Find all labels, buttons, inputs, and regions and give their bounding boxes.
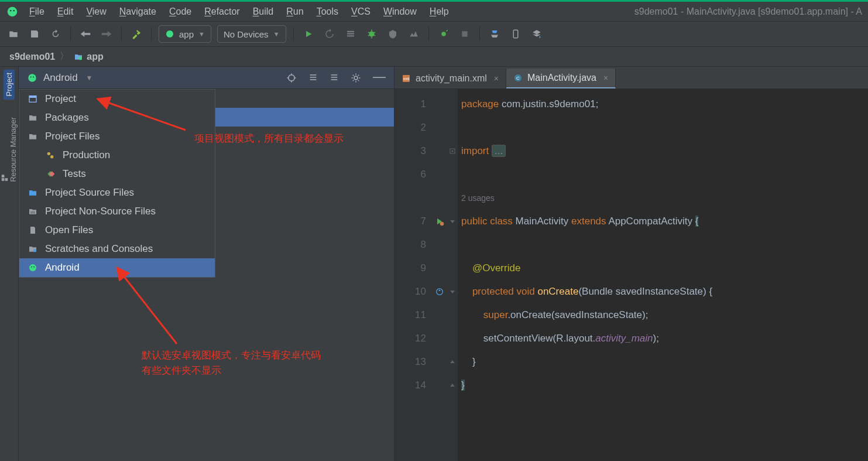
- expand-all-icon[interactable]: [308, 73, 318, 83]
- code-content[interactable]: package com.justin.s9demo01;import ...2 …: [458, 89, 868, 461]
- menu-window[interactable]: Window: [383, 6, 417, 16]
- svg-point-18: [289, 74, 295, 81]
- svg-rect-4: [347, 31, 354, 32]
- svg-point-7: [369, 32, 374, 37]
- file-icon: [28, 225, 38, 235]
- chevron-right-icon: 〉: [60, 50, 69, 63]
- device-label: No Devices: [224, 29, 269, 39]
- view-option-packages[interactable]: Packages: [19, 108, 215, 127]
- menu-build[interactable]: Build: [253, 6, 274, 16]
- line-number-gutter: 12367891011121314: [394, 89, 432, 461]
- run-icon[interactable]: [301, 26, 316, 42]
- apply-changes-icon[interactable]: [322, 26, 337, 42]
- editor-tab-MainActivity-java[interactable]: CMainActivity.java×: [506, 69, 616, 88]
- svg-point-23: [50, 155, 53, 158]
- svg-point-8: [441, 32, 446, 36]
- svg-rect-5: [347, 33, 354, 35]
- svg-rect-12: [2, 179, 5, 182]
- svg-point-29: [33, 267, 35, 268]
- collapse-all-icon[interactable]: [330, 73, 339, 83]
- forward-icon[interactable]: [99, 26, 114, 42]
- view-option-tests[interactable]: Tests: [19, 165, 215, 183]
- diamond-icon: [45, 169, 56, 179]
- refresh-icon[interactable]: [48, 26, 63, 42]
- svg-point-22: [47, 152, 50, 155]
- svg-rect-14: [5, 179, 8, 182]
- stop-icon[interactable]: [457, 26, 472, 42]
- svg-point-28: [31, 267, 32, 268]
- sync-icon[interactable]: [487, 26, 502, 42]
- view-option-scratches-and-consoles[interactable]: Scratches and Consoles: [19, 240, 215, 258]
- menu-code[interactable]: Code: [169, 6, 191, 16]
- view-option-android[interactable]: Android: [19, 258, 215, 277]
- view-option-project-non-source-files[interactable]: Project Non-Source Files: [19, 202, 215, 221]
- menu-file[interactable]: File: [29, 6, 44, 16]
- coverage-icon[interactable]: [385, 26, 400, 42]
- fold-gutter: [447, 89, 458, 461]
- close-icon[interactable]: ×: [603, 73, 608, 83]
- svg-point-16: [30, 76, 32, 77]
- svg-text:xml: xml: [403, 77, 410, 81]
- menu-help[interactable]: Help: [430, 6, 449, 16]
- view-option-open-files[interactable]: Open Files: [19, 221, 215, 240]
- close-icon[interactable]: ×: [494, 74, 499, 83]
- menu-vcs[interactable]: VCS: [351, 6, 370, 16]
- menu-view[interactable]: View: [86, 6, 106, 16]
- debug-icon[interactable]: [364, 26, 379, 42]
- main-toolbar: app ▼ No Devices ▼: [0, 21, 868, 47]
- annotation-top: 项目视图模式，所有目录都会显示: [194, 131, 344, 146]
- svg-point-0: [8, 6, 18, 16]
- svg-point-3: [166, 30, 173, 37]
- editor-area: xmlactivity_main.xml×CMainActivity.java×…: [394, 67, 868, 461]
- tree-selection-highlight: [215, 108, 394, 127]
- folder-clock-icon: [28, 244, 38, 254]
- debug-attach-icon[interactable]: [343, 26, 358, 42]
- window-title: s9demo01 - MainActivity.java [s9demo01.a…: [634, 6, 862, 17]
- view-option-production[interactable]: Production: [19, 146, 215, 165]
- view-option-project[interactable]: Project: [19, 90, 215, 108]
- menu-tools[interactable]: Tools: [317, 6, 338, 16]
- avd-icon[interactable]: [508, 26, 523, 42]
- svg-rect-10: [513, 30, 518, 38]
- breadcrumb-module[interactable]: app: [74, 52, 103, 62]
- menu-refactor[interactable]: Refactor: [204, 6, 239, 16]
- tool-tab-project[interactable]: Project: [4, 69, 15, 100]
- attach-debugger-icon[interactable]: [436, 26, 451, 42]
- folder-lines-icon: [28, 206, 38, 217]
- svg-line-31: [117, 268, 177, 344]
- project-view-label: Android: [43, 72, 78, 84]
- project-view-dropdown: ProjectPackagesProject FilesProductionTe…: [19, 89, 215, 278]
- open-icon[interactable]: [6, 26, 21, 42]
- gear-icon[interactable]: [351, 73, 361, 83]
- menu-run[interactable]: Run: [286, 6, 303, 16]
- breadcrumb-root[interactable]: s9demo01: [9, 52, 55, 62]
- profiler-icon[interactable]: [406, 26, 421, 42]
- svg-point-36: [440, 222, 444, 226]
- hide-icon[interactable]: —: [373, 73, 386, 83]
- sdk-icon[interactable]: [529, 26, 544, 42]
- gutter-icons: [432, 89, 447, 461]
- svg-rect-9: [462, 31, 467, 36]
- view-option-project-files[interactable]: Project Files: [19, 127, 215, 146]
- menu-edit[interactable]: Edit: [57, 6, 74, 16]
- menu-navigate[interactable]: Navigate: [119, 6, 156, 16]
- folder-blue-icon: [28, 187, 38, 198]
- tool-tab-resource-manager[interactable]: Resource Manager: [1, 114, 18, 186]
- svg-rect-13: [2, 175, 5, 178]
- project-view-selector[interactable]: Android ▼ —: [19, 67, 394, 89]
- folder-icon: [28, 131, 38, 142]
- menu-bar: FileEditViewNavigateCodeRefactorBuildRun…: [0, 0, 868, 21]
- project-tool-window: Android ▼ — ProjectPackagesProject Files…: [19, 67, 394, 461]
- back-icon[interactable]: [78, 26, 93, 42]
- build-icon[interactable]: [129, 26, 144, 42]
- svg-rect-6: [347, 35, 354, 36]
- editor-tab-activity_main-xml[interactable]: xmlactivity_main.xml×: [394, 69, 506, 88]
- window-icon: [28, 94, 38, 104]
- run-config-selector[interactable]: app ▼: [159, 25, 211, 43]
- save-icon[interactable]: [27, 26, 42, 42]
- svg-text:C: C: [516, 76, 520, 81]
- device-selector[interactable]: No Devices ▼: [217, 25, 286, 43]
- android-studio-logo-icon: [6, 5, 19, 18]
- view-option-project-source-files[interactable]: Project Source Files: [19, 183, 215, 202]
- locate-icon[interactable]: [286, 73, 297, 83]
